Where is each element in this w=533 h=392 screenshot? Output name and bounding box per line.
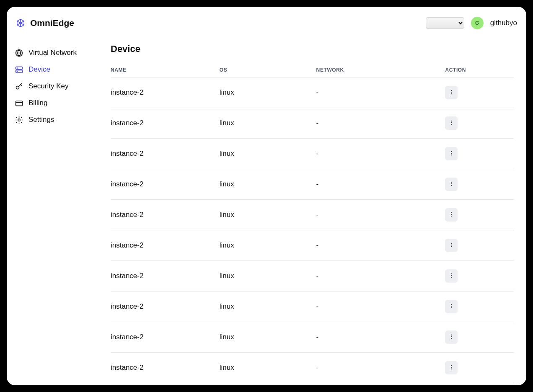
svg-point-23 bbox=[451, 242, 452, 243]
cell-os: linux bbox=[220, 139, 316, 169]
cell-name: instance-2 bbox=[111, 77, 220, 108]
cell-action bbox=[445, 230, 514, 261]
cell-network: - bbox=[316, 291, 445, 322]
svg-rect-6 bbox=[16, 101, 22, 106]
table-row: instance-2linux- bbox=[111, 291, 514, 322]
cell-network: - bbox=[316, 108, 445, 139]
username[interactable]: githubyo bbox=[490, 19, 517, 27]
row-menu-button[interactable] bbox=[445, 300, 458, 313]
table-row: instance-2linux- bbox=[111, 200, 514, 230]
app-window: OmniEdge G githubyo Virtual Network bbox=[7, 7, 526, 385]
column-header-os: OS bbox=[220, 63, 316, 77]
cell-network: - bbox=[316, 261, 445, 291]
cell-network: - bbox=[316, 322, 445, 353]
more-vertical-icon bbox=[448, 120, 454, 127]
page-title: Device bbox=[111, 44, 514, 54]
column-header-network: NETWORK bbox=[316, 63, 445, 77]
svg-point-19 bbox=[451, 185, 452, 186]
sidebar-item-settings[interactable]: Settings bbox=[14, 111, 96, 128]
cell-os: linux bbox=[220, 322, 316, 353]
cell-name: instance-2 bbox=[111, 139, 220, 169]
cell-network: - bbox=[316, 139, 445, 169]
cell-name: instance-2 bbox=[111, 169, 220, 200]
cell-name: instance-2 bbox=[111, 108, 220, 139]
table-row: instance-2linux- bbox=[111, 77, 514, 108]
row-menu-button[interactable] bbox=[445, 147, 458, 160]
sidebar-item-label: Security Key bbox=[28, 82, 68, 90]
header: OmniEdge G githubyo bbox=[7, 7, 526, 39]
cell-action bbox=[445, 322, 514, 353]
row-menu-button[interactable] bbox=[445, 330, 458, 344]
cell-name: instance-2 bbox=[111, 230, 220, 261]
svg-point-15 bbox=[451, 152, 452, 153]
table-header-row: NAME OS NETWORK ACTION bbox=[111, 63, 514, 77]
cell-name: instance-2 bbox=[111, 322, 220, 353]
row-menu-button[interactable] bbox=[445, 361, 458, 374]
cell-action bbox=[445, 77, 514, 108]
more-vertical-icon bbox=[448, 334, 454, 341]
row-menu-button[interactable] bbox=[445, 208, 458, 222]
cell-network: - bbox=[316, 169, 445, 200]
cell-action bbox=[445, 108, 514, 139]
sidebar: Virtual Network Device bbox=[7, 39, 104, 385]
svg-point-11 bbox=[451, 120, 452, 121]
svg-point-14 bbox=[451, 151, 452, 152]
svg-point-9 bbox=[451, 91, 452, 92]
svg-point-31 bbox=[451, 307, 452, 308]
cell-os: linux bbox=[220, 200, 316, 230]
svg-point-26 bbox=[451, 273, 452, 274]
svg-point-18 bbox=[451, 183, 452, 184]
cell-network: - bbox=[316, 353, 445, 383]
cell-os: linux bbox=[220, 77, 316, 108]
key-icon bbox=[14, 82, 23, 91]
more-vertical-icon bbox=[448, 181, 454, 188]
more-vertical-icon bbox=[448, 303, 454, 310]
cell-action bbox=[445, 169, 514, 200]
more-vertical-icon bbox=[448, 242, 454, 249]
locale-select[interactable] bbox=[426, 17, 464, 29]
svg-point-13 bbox=[451, 124, 452, 125]
svg-point-10 bbox=[451, 93, 452, 94]
cell-network: - bbox=[316, 77, 445, 108]
avatar[interactable]: G bbox=[471, 17, 484, 29]
cell-name: instance-2 bbox=[111, 261, 220, 291]
credit-card-icon bbox=[14, 98, 23, 108]
brand-name: OmniEdge bbox=[30, 18, 74, 28]
sidebar-item-billing[interactable]: Billing bbox=[14, 95, 96, 111]
cell-os: linux bbox=[220, 291, 316, 322]
svg-point-7 bbox=[18, 119, 20, 121]
svg-point-34 bbox=[451, 338, 452, 339]
row-menu-button[interactable] bbox=[445, 239, 458, 252]
server-icon bbox=[14, 65, 23, 74]
sidebar-item-label: Billing bbox=[28, 99, 47, 107]
main: Device NAME OS NETWORK ACTION instance-2… bbox=[104, 39, 526, 385]
sidebar-item-device[interactable]: Device bbox=[14, 61, 96, 78]
row-menu-button[interactable] bbox=[445, 86, 458, 99]
column-header-action: ACTION bbox=[445, 63, 514, 77]
cell-action bbox=[445, 139, 514, 169]
svg-point-25 bbox=[451, 246, 452, 247]
cell-os: linux bbox=[220, 261, 316, 291]
svg-point-17 bbox=[451, 181, 452, 182]
cell-action bbox=[445, 200, 514, 230]
sidebar-item-label: Settings bbox=[28, 116, 54, 124]
svg-point-35 bbox=[451, 365, 452, 366]
brand[interactable]: OmniEdge bbox=[16, 18, 74, 28]
sidebar-item-virtual-network[interactable]: Virtual Network bbox=[14, 44, 96, 61]
cell-name: instance-2 bbox=[111, 200, 220, 230]
svg-point-12 bbox=[451, 122, 452, 123]
cell-action bbox=[445, 291, 514, 322]
row-menu-button[interactable] bbox=[445, 116, 458, 130]
gear-icon bbox=[14, 115, 23, 124]
svg-point-8 bbox=[451, 90, 452, 90]
sidebar-item-label: Device bbox=[28, 65, 50, 74]
svg-point-36 bbox=[451, 366, 452, 367]
svg-point-4 bbox=[17, 71, 17, 71]
row-menu-button[interactable] bbox=[445, 269, 458, 283]
svg-point-3 bbox=[17, 68, 17, 68]
svg-point-37 bbox=[451, 369, 452, 369]
row-menu-button[interactable] bbox=[445, 178, 458, 191]
device-table: NAME OS NETWORK ACTION instance-2linux-i… bbox=[111, 63, 514, 383]
svg-point-21 bbox=[451, 214, 452, 214]
sidebar-item-security-key[interactable]: Security Key bbox=[14, 78, 96, 95]
